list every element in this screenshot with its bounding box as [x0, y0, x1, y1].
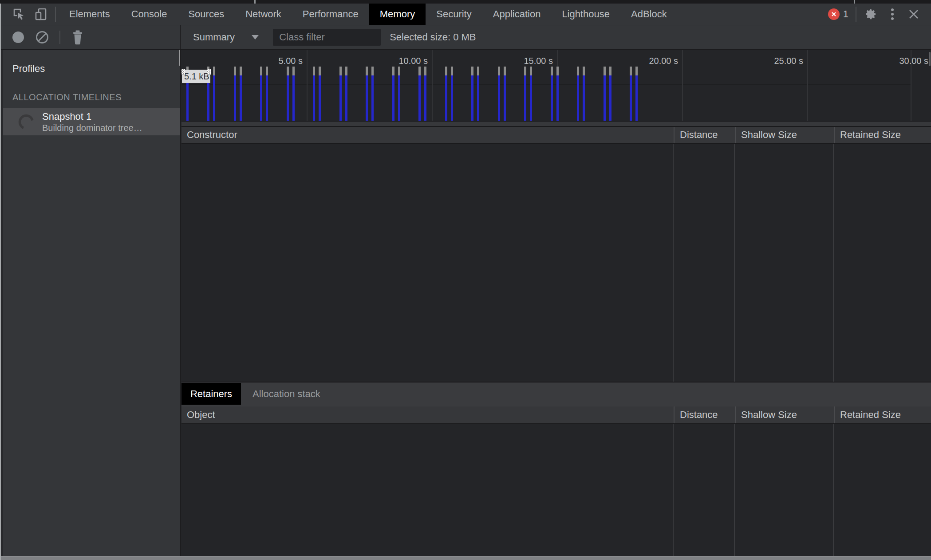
- close-devtools-icon[interactable]: [906, 7, 921, 22]
- allocation-bar: [292, 75, 295, 121]
- page-top-tick: [854, 0, 855, 4]
- allocation-bar-cap: [287, 67, 289, 75]
- column-divider: [833, 144, 834, 382]
- window-bottom-edge: [0, 556, 931, 560]
- column-header-shallow-size[interactable]: Shallow Size: [735, 406, 834, 423]
- allocation-bar-cap: [418, 67, 421, 75]
- snapshot-list-item[interactable]: Snapshot 1 Building dominator tree…: [0, 108, 180, 135]
- column-header-distance[interactable]: Distance: [674, 127, 735, 143]
- column-header-shallow-size[interactable]: Shallow Size: [735, 127, 834, 143]
- allocation-bar: [604, 75, 606, 121]
- column-divider: [833, 424, 834, 556]
- timeline-right-scroll-thumb[interactable]: [929, 52, 931, 66]
- allocation-timelines-section-label: ALLOCATION TIMELINES: [0, 75, 180, 108]
- tab-sources[interactable]: Sources: [178, 4, 235, 25]
- allocation-bar: [260, 75, 262, 121]
- retainers-table-body[interactable]: [181, 424, 931, 556]
- allocation-bar: [498, 75, 500, 121]
- tab-adblock[interactable]: AdBlock: [620, 4, 678, 25]
- allocation-bar-cap: [471, 67, 473, 75]
- allocation-bar-cap: [234, 67, 236, 75]
- selection-size-tooltip: 5.1 kB: [182, 70, 210, 83]
- allocation-bar-cap: [345, 67, 347, 75]
- selected-size-label: Selected size: 0 MB: [390, 32, 476, 43]
- clear-profiles-icon[interactable]: [35, 30, 50, 45]
- timeline-gridline: [807, 50, 808, 121]
- tab-allocation-stack[interactable]: Allocation stack: [241, 383, 332, 405]
- column-header-retained-size[interactable]: Retained Size: [834, 406, 931, 423]
- allocation-bar: [398, 75, 400, 121]
- timeline-tick-label: 5.00 s: [254, 56, 303, 66]
- device-toolbar-icon[interactable]: [34, 7, 49, 22]
- column-header-constructor[interactable]: Constructor: [181, 127, 674, 143]
- tab-security[interactable]: Security: [426, 4, 482, 25]
- allocation-bar-cap: [524, 67, 526, 75]
- delete-profile-icon[interactable]: [70, 30, 85, 45]
- timeline-tick-label: 15.00 s: [504, 56, 553, 66]
- inspect-element-icon[interactable]: [12, 7, 27, 22]
- allocation-bar-cap: [445, 67, 447, 75]
- allocation-bar-cap: [424, 67, 426, 75]
- retainers-table-header: Object Distance Shallow Size Retained Si…: [181, 406, 931, 424]
- tab-elements[interactable]: Elements: [59, 4, 121, 25]
- error-count: 1: [843, 8, 848, 20]
- allocation-bar-cap: [583, 67, 585, 75]
- more-options-icon[interactable]: [885, 7, 900, 22]
- allocation-bar-cap: [213, 67, 215, 75]
- allocation-bar: [577, 75, 579, 121]
- allocation-bar-cap: [451, 67, 453, 75]
- panel-tabs: Elements Console Sources Network Perform…: [59, 4, 678, 25]
- tab-lighthouse[interactable]: Lighthouse: [551, 4, 620, 25]
- devtools-tabbar: Elements Console Sources Network Perform…: [0, 4, 931, 25]
- allocation-bar: [635, 75, 638, 121]
- column-divider: [673, 424, 674, 556]
- profiles-sidebar: Profiles ALLOCATION TIMELINES Snapshot 1…: [0, 50, 181, 556]
- allocation-bar-cap: [556, 67, 559, 75]
- allocation-bar-cap: [577, 67, 579, 75]
- window-left-inner-edge: [1, 50, 3, 556]
- allocation-bar: [418, 75, 421, 121]
- allocation-bar: [445, 75, 447, 121]
- timeline-left-scroll-thumb[interactable]: [179, 50, 180, 66]
- tab-application[interactable]: Application: [482, 4, 552, 25]
- timeline-tick-label: 25.00 s: [754, 56, 803, 66]
- allocation-bar: [524, 75, 526, 121]
- allocation-bar: [504, 75, 506, 121]
- settings-gear-icon[interactable]: [864, 7, 879, 22]
- allocation-bar-cap: [504, 67, 506, 75]
- allocation-bar: [313, 75, 315, 121]
- tabbar-icons: [0, 4, 49, 25]
- record-heap-icon[interactable]: [11, 30, 26, 45]
- constructor-table-header: Constructor Distance Shallow Size Retain…: [181, 126, 931, 144]
- memory-toolbar: Summary Selected size: 0 MB: [0, 25, 931, 50]
- tab-console[interactable]: Console: [121, 4, 178, 25]
- snapshot-name: Snapshot 1: [42, 111, 91, 122]
- allocation-bar: [345, 75, 347, 121]
- allocation-bar: [234, 75, 236, 121]
- tab-network[interactable]: Network: [235, 4, 292, 25]
- class-filter-input[interactable]: [273, 29, 381, 46]
- allocation-bar: [609, 75, 611, 121]
- tab-retainers[interactable]: Retainers: [181, 383, 241, 405]
- column-header-retained-size[interactable]: Retained Size: [834, 127, 931, 143]
- memory-panel-main: 5.00 s10.00 s15.00 s20.00 s25.00 s30.00 …: [181, 50, 931, 556]
- allocation-bar-cap: [477, 67, 479, 75]
- timeline-tick-label: 20.00 s: [629, 56, 678, 66]
- column-divider: [734, 144, 735, 382]
- allocation-bar-cap: [371, 67, 374, 75]
- allocation-bar: [630, 75, 632, 121]
- tab-memory[interactable]: Memory: [369, 4, 426, 25]
- timeline-chart[interactable]: 5.00 s10.00 s15.00 s20.00 s25.00 s30.00 …: [181, 50, 931, 121]
- error-badge-icon[interactable]: [828, 8, 840, 20]
- allocation-bar: [240, 75, 242, 121]
- column-divider: [734, 424, 735, 556]
- perspective-select[interactable]: Summary: [187, 25, 265, 49]
- constructor-table-body[interactable]: [181, 144, 931, 382]
- column-header-distance[interactable]: Distance: [674, 406, 735, 423]
- tab-performance[interactable]: Performance: [292, 4, 369, 25]
- column-header-object[interactable]: Object: [181, 406, 674, 423]
- allocation-bar: [477, 75, 479, 121]
- chevron-down-icon: [252, 35, 259, 39]
- allocation-bar-cap: [319, 67, 321, 75]
- allocation-bar-cap: [498, 67, 500, 75]
